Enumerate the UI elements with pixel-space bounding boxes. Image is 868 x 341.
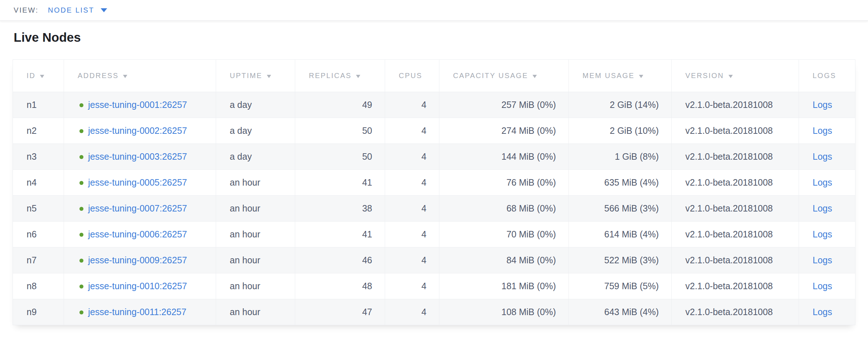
- view-selector[interactable]: NODE LIST: [48, 6, 107, 14]
- node-address-link[interactable]: jesse-tuning-0001:26257: [88, 100, 187, 110]
- node-address-link[interactable]: jesse-tuning-0010:26257: [88, 281, 187, 291]
- column-header-replicas[interactable]: REPLICAS: [295, 60, 385, 92]
- node-address-cell: jesse-tuning-0007:26257: [64, 196, 216, 222]
- node-status-healthy-icon: [79, 181, 83, 185]
- cpus-cell: 4: [385, 247, 439, 273]
- column-header-uptime[interactable]: UPTIME: [216, 60, 295, 92]
- node-status-healthy-icon: [79, 233, 83, 237]
- logs-cell: Logs: [799, 273, 855, 299]
- mem-cell: 759 MiB (5%): [569, 273, 672, 299]
- mem-cell: 522 MiB (3%): [569, 247, 672, 273]
- column-header-label: REPLICAS: [309, 72, 352, 79]
- capacity-cell: 274 MiB (0%): [439, 118, 569, 144]
- id-cell: n7: [13, 247, 64, 273]
- capacity-cell: 144 MiB (0%): [439, 144, 569, 170]
- logs-link[interactable]: Logs: [813, 307, 832, 317]
- id-cell: n9: [13, 299, 64, 325]
- cpus-cell: 4: [385, 144, 439, 170]
- node-address-link[interactable]: jesse-tuning-0003:26257: [88, 151, 187, 162]
- version-cell: v2.1.0-beta.20181008: [672, 196, 799, 222]
- chevron-down-icon: [101, 8, 107, 12]
- column-header-version[interactable]: VERSION: [672, 60, 799, 92]
- logs-link[interactable]: Logs: [813, 100, 832, 110]
- logs-link[interactable]: Logs: [813, 126, 832, 136]
- node-address-link[interactable]: jesse-tuning-0009:26257: [88, 255, 187, 265]
- logs-link[interactable]: Logs: [813, 281, 832, 291]
- uptime-cell: an hour: [216, 247, 295, 273]
- sort-descending-icon: [639, 75, 643, 78]
- logs-cell: Logs: [799, 299, 855, 325]
- capacity-cell: 76 MiB (0%): [439, 170, 569, 196]
- table-row: n5jesse-tuning-0007:26257an hour38468 Mi…: [13, 196, 855, 222]
- view-bar: VIEW: NODE LIST: [0, 0, 868, 21]
- cpus-cell: 4: [385, 118, 439, 144]
- view-label: VIEW:: [14, 6, 38, 14]
- node-address-cell: jesse-tuning-0011:26257: [64, 299, 216, 325]
- column-header-label: CAPACITY USAGE: [453, 72, 528, 79]
- logs-link[interactable]: Logs: [813, 151, 832, 162]
- column-header-address[interactable]: ADDRESS: [64, 60, 216, 92]
- version-cell: v2.1.0-beta.20181008: [672, 118, 799, 144]
- sort-descending-icon: [356, 75, 360, 78]
- cpus-cell: 4: [385, 196, 439, 222]
- table-row: n3jesse-tuning-0003:26257a day504144 MiB…: [13, 144, 855, 170]
- logs-cell: Logs: [799, 92, 855, 118]
- version-cell: v2.1.0-beta.20181008: [672, 92, 799, 118]
- logs-cell: Logs: [799, 247, 855, 273]
- id-cell: n8: [13, 273, 64, 299]
- uptime-cell: an hour: [216, 299, 295, 325]
- id-cell: n5: [13, 196, 64, 222]
- node-address-cell: jesse-tuning-0005:26257: [64, 170, 216, 196]
- node-status-healthy-icon: [79, 103, 83, 107]
- capacity-cell: 68 MiB (0%): [439, 196, 569, 222]
- version-cell: v2.1.0-beta.20181008: [672, 222, 799, 247]
- node-address-link[interactable]: jesse-tuning-0011:26257: [88, 307, 186, 317]
- id-cell: n2: [13, 118, 64, 144]
- node-address-link[interactable]: jesse-tuning-0002:26257: [88, 126, 187, 136]
- version-cell: v2.1.0-beta.20181008: [672, 144, 799, 170]
- live-nodes-table: IDADDRESSUPTIMEREPLICASCPUSCAPACITY USAG…: [13, 59, 855, 325]
- column-header-label: ADDRESS: [78, 72, 119, 79]
- logs-link[interactable]: Logs: [813, 177, 832, 187]
- node-address-cell: jesse-tuning-0009:26257: [64, 247, 216, 273]
- mem-cell: 566 MiB (3%): [569, 196, 672, 222]
- table-row: n8jesse-tuning-0010:26257an hour484181 M…: [13, 273, 855, 299]
- logs-cell: Logs: [799, 170, 855, 196]
- cpus-cell: 4: [385, 273, 439, 299]
- sort-descending-icon: [123, 75, 127, 78]
- logs-cell: Logs: [799, 222, 855, 247]
- mem-cell: 643 MiB (4%): [569, 299, 672, 325]
- logs-link[interactable]: Logs: [813, 255, 832, 265]
- node-address-link[interactable]: jesse-tuning-0006:26257: [88, 229, 187, 239]
- column-header-label: LOGS: [813, 72, 836, 79]
- column-header-label: ID: [27, 72, 36, 79]
- mem-cell: 635 MiB (4%): [569, 170, 672, 196]
- replicas-cell: 49: [295, 92, 385, 118]
- logs-cell: Logs: [799, 118, 855, 144]
- logs-link[interactable]: Logs: [813, 203, 832, 213]
- node-address-cell: jesse-tuning-0010:26257: [64, 273, 216, 299]
- table-header-row: IDADDRESSUPTIMEREPLICASCPUSCAPACITY USAG…: [13, 60, 855, 92]
- replicas-cell: 50: [295, 118, 385, 144]
- column-header-capacity[interactable]: CAPACITY USAGE: [439, 60, 569, 92]
- version-cell: v2.1.0-beta.20181008: [672, 273, 799, 299]
- table-row: n9jesse-tuning-0011:26257an hour474108 M…: [13, 299, 855, 325]
- table-row: n2jesse-tuning-0002:26257a day504274 MiB…: [13, 118, 855, 144]
- node-address-link[interactable]: jesse-tuning-0005:26257: [88, 177, 187, 187]
- capacity-cell: 257 MiB (0%): [439, 92, 569, 118]
- id-cell: n3: [13, 144, 64, 170]
- view-selector-value: NODE LIST: [48, 6, 94, 14]
- node-status-healthy-icon: [79, 310, 83, 314]
- logs-link[interactable]: Logs: [813, 229, 832, 239]
- node-address-link[interactable]: jesse-tuning-0007:26257: [88, 203, 187, 213]
- mem-cell: 1 GiB (8%): [569, 144, 672, 170]
- node-address-cell: jesse-tuning-0001:26257: [64, 92, 216, 118]
- uptime-cell: a day: [216, 118, 295, 144]
- table-row: n6jesse-tuning-0006:26257an hour41470 Mi…: [13, 222, 855, 247]
- cpus-cell: 4: [385, 222, 439, 247]
- column-header-mem[interactable]: MEM USAGE: [569, 60, 672, 92]
- replicas-cell: 46: [295, 247, 385, 273]
- column-header-id[interactable]: ID: [13, 60, 64, 92]
- page-title: Live Nodes: [14, 30, 868, 45]
- logs-cell: Logs: [799, 144, 855, 170]
